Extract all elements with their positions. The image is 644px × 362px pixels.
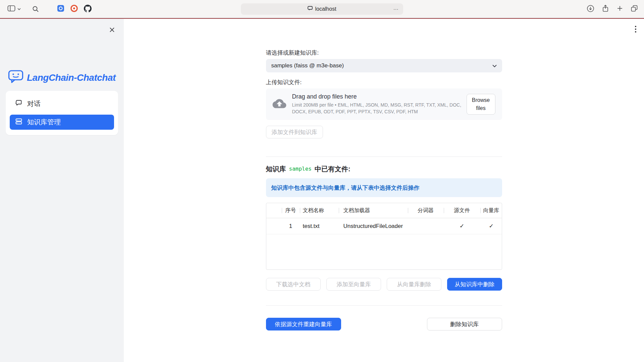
site-favicon [308, 6, 313, 12]
kb-select-label: 请选择或新建知识库: [266, 50, 502, 56]
dropzone-title: Drag and drop files here [292, 93, 467, 100]
sidebar-item-label: 对话 [27, 99, 41, 108]
extensions-group [57, 5, 92, 13]
dropzone-text: Drag and drop files here Limit 200MB per… [292, 93, 467, 115]
row-loader: UnstructuredFileLoader [339, 223, 408, 230]
address-url: localhost [315, 6, 336, 12]
file-dropzone[interactable]: Drag and drop files here Limit 200MB per… [266, 88, 502, 120]
table-header-source: 源文件 [444, 207, 480, 214]
delete-kb-button[interactable]: 删除知识库 [427, 318, 502, 330]
kb-name-code: samples [289, 165, 312, 173]
page-column: 请选择或新建知识库: samples (faiss @ m3e-base) 上传… [266, 19, 502, 330]
chat-bubble-icon [15, 99, 22, 108]
sidebar-close-icon[interactable] [108, 25, 116, 35]
add-files-to-kb-button[interactable]: 添加文件到知识库 [266, 126, 323, 138]
kb-level-actions: 依据源文件重建向量库 删除知识库 [266, 318, 502, 330]
knowledge-base-icon [15, 118, 22, 127]
browse-files-button[interactable]: Browse files [467, 94, 495, 115]
new-tab-icon[interactable] [616, 5, 623, 13]
download-selected-button[interactable]: 下载选中文档 [266, 278, 321, 291]
add-to-vector-store-button[interactable]: 添加至向量库 [326, 278, 381, 291]
files-table: 序号 文档名称 文档加载器 分词器 源文件 向量库 1 test.txt Uns… [266, 203, 502, 270]
browser-toolbar: localhost ⋯ [0, 0, 644, 18]
row-file-name: test.txt [300, 223, 339, 230]
downloads-icon[interactable] [587, 5, 594, 13]
address-more-button[interactable]: ⋯ [391, 6, 400, 12]
main-content: 请选择或新建知识库: samples (faiss @ m3e-base) 上传… [124, 19, 644, 362]
tab-overview-icon[interactable] [631, 5, 638, 13]
file-actions: 下载选中文档 添加至向量库 从向量库删除 从知识库中删除 [266, 278, 502, 291]
kb-selected-value: samples (faiss @ m3e-base) [271, 62, 344, 69]
extension-icon-1[interactable] [57, 5, 64, 13]
table-row[interactable]: 1 test.txt UnstructuredFileLoader ✓ ✓ [266, 218, 502, 234]
row-index: 1 [282, 223, 300, 230]
kb-files-title: 知识库 samples 中已有文件: [266, 165, 502, 173]
table-header-row: 序号 文档名称 文档加载器 分词器 源文件 向量库 [266, 203, 502, 218]
table-header-vector: 向量库 [480, 207, 502, 214]
divider [266, 157, 502, 157]
table-header-name: 文档名称 [300, 207, 339, 214]
table-header-loader: 文档加载器 [339, 207, 408, 214]
app-logo: LangChain-Chatchat [8, 70, 116, 86]
logo-chat-bubble-icon [8, 70, 23, 86]
search-icon[interactable] [31, 4, 40, 14]
info-banner: 知识库中包含源文件与向量库，请从下表中选择文件后操作 [266, 178, 502, 197]
select-chevron-down-icon [492, 62, 497, 69]
logo-text: LangChain-Chatchat [27, 72, 116, 83]
row-source-check: ✓ [444, 223, 480, 230]
kb-files-title-suffix: 中已有文件: [315, 165, 351, 173]
share-icon[interactable] [602, 4, 609, 13]
table-header-index: 序号 [282, 207, 300, 214]
chevron-down-icon [17, 6, 21, 11]
rebuild-vector-store-button[interactable]: 依据源文件重建向量库 [266, 318, 341, 330]
kb-selectbox[interactable]: samples (faiss @ m3e-base) [266, 59, 502, 72]
sidebar-panel-icon [7, 5, 15, 13]
sidebar: LangChain-Chatchat 对话 [0, 19, 124, 362]
extension-icon-2[interactable] [70, 5, 78, 13]
upload-label: 上传知识文件: [266, 79, 502, 86]
address-bar[interactable]: localhost ⋯ [241, 3, 403, 15]
divider [266, 305, 502, 306]
table-header-splitter: 分词器 [408, 207, 444, 214]
row-vector-check: ✓ [480, 223, 502, 230]
app-menu-icon[interactable] [633, 24, 638, 35]
cloud-upload-icon [272, 98, 287, 111]
kb-files-title-prefix: 知识库 [266, 165, 286, 173]
dropzone-limit-text: Limit 200MB per file • EML, HTML, JSON, … [292, 102, 467, 115]
sidebar-item-kb-management[interactable]: 知识库管理 [10, 115, 114, 130]
sidebar-nav: 对话 知识库管理 [6, 91, 118, 135]
sidebar-item-chat[interactable]: 对话 [10, 96, 114, 111]
sidebar-item-label: 知识库管理 [27, 118, 61, 127]
sidebar-toggle-button[interactable] [6, 4, 22, 14]
github-extension-icon[interactable] [84, 5, 92, 13]
delete-from-vector-store-button[interactable]: 从向量库删除 [387, 278, 441, 291]
delete-from-kb-button[interactable]: 从知识库中删除 [447, 278, 502, 291]
